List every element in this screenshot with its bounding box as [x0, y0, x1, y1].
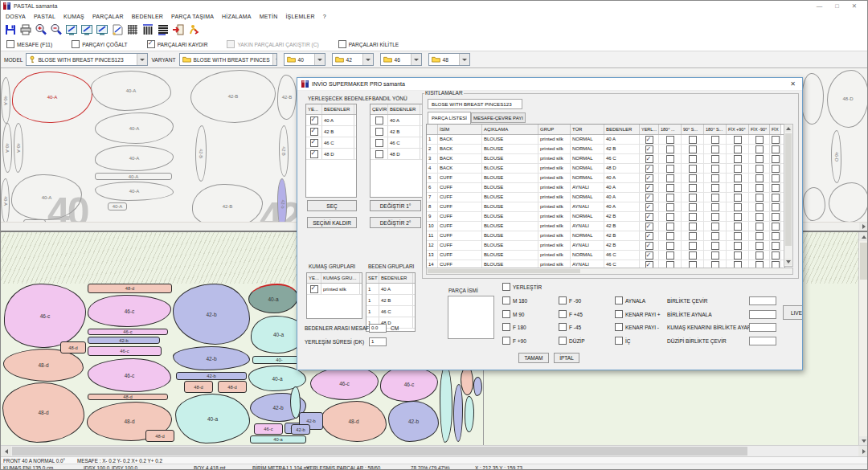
option-f-45[interactable]: F +45	[559, 310, 583, 318]
table-row[interactable]: 3BACKBLOUSEprinted silkNORMAL46 C	[427, 154, 784, 164]
screen-edit-2-icon[interactable]	[80, 23, 93, 36]
checkbox[interactable]	[772, 251, 780, 260]
pattern-piece-48-d[interactable]: 48-d	[88, 394, 168, 400]
checkbox[interactable]	[734, 213, 742, 221]
dropdown-arrow-icon[interactable]	[314, 54, 325, 65]
setting-input-kumaş-kenarini-bi-rli-kte-ayarla[interactable]	[749, 323, 776, 332]
checkbox[interactable]	[734, 155, 742, 163]
size-select-40[interactable]: 40	[284, 53, 326, 66]
pattern-piece-40-a[interactable]: 40-A	[95, 145, 174, 171]
table-row[interactable]: 142 B	[366, 295, 415, 306]
option-parçalari-kaydir[interactable]: PARÇALARI KAYDIR	[147, 40, 208, 48]
checkbox[interactable]	[734, 174, 742, 182]
pattern-piece-48-d[interactable]: 48-d	[60, 341, 86, 354]
option-yerleşti-r[interactable]: YERLEŞTİR	[502, 283, 542, 291]
exit-door-icon[interactable]	[172, 23, 185, 36]
checkbox[interactable]	[711, 174, 719, 182]
checkbox[interactable]	[689, 145, 697, 153]
menu-item-parça-taşima[interactable]: PARÇA TAŞIMA	[171, 14, 214, 19]
checkbox[interactable]	[666, 203, 674, 211]
checkbox[interactable]	[666, 194, 674, 202]
option-düzi-p[interactable]: DÜZİP	[559, 337, 585, 345]
table-row[interactable]: 140 A	[366, 284, 415, 295]
pattern-piece-blank[interactable]	[453, 384, 463, 442]
menu-item-dosya[interactable]: DOSYA	[6, 14, 26, 19]
checkbox[interactable]	[502, 323, 510, 331]
table-row[interactable]: 42 B	[306, 126, 356, 137]
size-select-46[interactable]: 46	[380, 53, 422, 66]
checkbox[interactable]	[755, 184, 764, 192]
checkbox[interactable]	[734, 165, 742, 173]
checkbox[interactable]	[772, 194, 780, 202]
menu-item-i-şlemler[interactable]: İŞLEMLER	[285, 14, 314, 19]
checkbox[interactable]	[711, 155, 719, 163]
checkbox[interactable]	[375, 128, 383, 136]
checkbox[interactable]	[338, 40, 346, 48]
checkbox[interactable]	[666, 184, 674, 192]
checkbox[interactable]	[772, 232, 780, 240]
checkbox[interactable]	[502, 310, 510, 318]
table-row[interactable]: 5CUFFBLOUSEprinted silkNORMAL40 A	[427, 174, 784, 183]
pattern-piece-46-c[interactable]: 46-c	[380, 366, 438, 402]
checkbox[interactable]	[734, 136, 742, 144]
checkbox[interactable]	[666, 242, 674, 250]
option-parçayi-çoğalt[interactable]: PARÇAYI ÇOĞALT	[72, 40, 127, 48]
pattern-piece-blank[interactable]	[829, 182, 868, 223]
checkbox[interactable]	[711, 184, 719, 192]
checkbox[interactable]	[645, 136, 653, 144]
zoom-in-icon[interactable]	[35, 23, 47, 36]
checkbox[interactable]	[689, 155, 697, 163]
pattern-piece-40-a[interactable]: 40-A	[1, 77, 10, 124]
pattern-piece-40-a[interactable]: 40-A	[95, 182, 174, 201]
setting-input-bi-rli-kte-aynala[interactable]	[749, 310, 776, 319]
pattern-piece-40-a[interactable]: 40-A	[12, 72, 92, 123]
checkbox[interactable]	[310, 116, 318, 125]
option-aynala[interactable]: AYNALA	[615, 296, 645, 304]
pattern-piece-40-a[interactable]: 40-a	[248, 284, 298, 313]
checkbox[interactable]	[645, 155, 653, 163]
degistir1-button[interactable]: DEĞİŞTİR 1°	[370, 200, 421, 211]
field-input[interactable]: 0.0	[369, 324, 387, 333]
scrollbar-thumb[interactable]	[785, 133, 792, 246]
scroll-left-icon[interactable]	[1, 446, 11, 456]
exit-run-icon[interactable]	[187, 23, 200, 36]
option-f-180[interactable]: F 180	[502, 323, 526, 331]
degistir2-button[interactable]: DEĞİŞTİR 2°	[370, 217, 421, 228]
checkbox[interactable]	[772, 165, 780, 173]
checkbox[interactable]	[755, 213, 764, 221]
checkbox[interactable]	[502, 337, 510, 345]
table-row[interactable]: 4BACKBLOUSEprinted silkNORMAL48 D	[427, 164, 784, 174]
checkbox[interactable]	[755, 145, 764, 153]
checkbox[interactable]	[711, 136, 719, 144]
checkbox[interactable]	[755, 174, 764, 182]
pattern-piece-40-a[interactable]: 40-A	[1, 178, 10, 223]
checkbox[interactable]	[375, 116, 383, 125]
checkbox[interactable]	[666, 223, 674, 231]
checkbox[interactable]	[666, 232, 674, 240]
checkbox[interactable]	[689, 251, 697, 260]
pattern-piece-42-b[interactable]: 42-b	[88, 337, 160, 344]
parca-ismi-listbox[interactable]	[448, 296, 494, 339]
pattern-piece-46-c[interactable]: 46-c	[310, 366, 379, 400]
pattern-piece-48-d[interactable]: 48-d	[88, 284, 172, 293]
checkbox[interactable]	[310, 150, 318, 158]
checkbox[interactable]	[689, 136, 697, 144]
pattern-piece-blank[interactable]	[473, 377, 482, 396]
checkbox[interactable]	[689, 223, 697, 231]
dropdown-arrow-icon[interactable]	[272, 54, 277, 65]
size-select-48[interactable]: 48	[428, 53, 470, 66]
pattern-piece-46-c[interactable]: 46-c	[4, 284, 86, 348]
horizontal-lines-icon[interactable]	[157, 23, 170, 36]
option-m-180[interactable]: M 180	[502, 296, 527, 304]
pattern-piece-42-b[interactable]: 42-b	[291, 424, 310, 435]
checkbox[interactable]	[615, 310, 623, 318]
parts-table-vscroll[interactable]	[784, 124, 793, 267]
checkbox[interactable]	[645, 145, 653, 153]
table-row[interactable]: 11CUFFBLOUSEprinted silkNORMAL42 B	[427, 231, 784, 241]
pattern-piece-48-d[interactable]: 48-D	[827, 70, 868, 128]
table-row[interactable]: 42 B	[371, 126, 422, 137]
checkbox[interactable]	[734, 242, 742, 250]
checkbox[interactable]	[666, 174, 674, 182]
grid-icon[interactable]	[126, 23, 139, 36]
pattern-piece-blank[interactable]	[465, 396, 474, 432]
